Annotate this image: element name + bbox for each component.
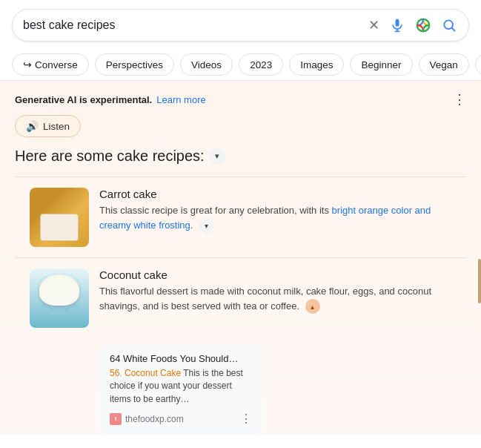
ai-notice: Generative AI is experimental. Learn mor…	[15, 91, 466, 108]
search-bar-container: ✕	[0, 0, 481, 49]
svg-rect-0	[396, 19, 399, 27]
chip-images[interactable]: Images	[289, 53, 344, 76]
chip-perspectives[interactable]: Perspectives	[95, 53, 174, 76]
source-card-snippet: 56. Coconut Cake This is the best choice…	[110, 367, 252, 406]
source-site: t thefoodxp.com	[110, 413, 184, 425]
search-submit-button[interactable]	[440, 16, 458, 34]
carrot-cake-expand-button[interactable]: ▾	[199, 218, 213, 233]
recipe-card-carrot-cake: Carrot cake This classic recipe is great…	[15, 177, 466, 257]
heading-text: Here are some cake recipes:	[15, 148, 205, 165]
listen-icon: 🔊	[26, 120, 39, 132]
clear-search-button[interactable]: ✕	[367, 16, 381, 35]
listen-label: Listen	[43, 121, 70, 132]
scroll-indicator	[478, 259, 481, 303]
chip-vegan[interactable]: Vegan	[419, 53, 469, 76]
coconut-cake-image	[30, 269, 89, 328]
source-footer: t thefoodxp.com ⋮	[110, 412, 252, 426]
main-content: Generative AI is experimental. Learn mor…	[0, 81, 481, 435]
source-options-button[interactable]: ⋮	[240, 412, 252, 426]
carrot-cake-desc: This classic recipe is great for any cel…	[99, 203, 451, 233]
filter-chips-bar: ↪ Converse Perspectives Videos 2023 Imag…	[0, 49, 481, 81]
chip-2023[interactable]: 2023	[239, 53, 283, 76]
coconut-cake-info: Coconut cake This flavorful dessert is m…	[99, 269, 451, 328]
voice-search-button[interactable]	[388, 16, 406, 34]
svg-line-5	[452, 28, 455, 31]
lens-search-button[interactable]	[414, 16, 433, 35]
site-name: thefoodxp.com	[125, 414, 184, 424]
coconut-cake-title: Coconut cake	[99, 269, 451, 281]
ai-options-button[interactable]: ⋮	[453, 91, 466, 108]
recipe-card-coconut-cake: Coconut cake This flavorful dessert is m…	[15, 257, 466, 338]
heading-expand-button[interactable]: ▾	[209, 148, 225, 165]
carrot-cake-title: Carrot cake	[99, 188, 451, 200]
ai-notice-text: Generative AI is experimental.	[15, 94, 152, 105]
carrot-cake-info: Carrot cake This classic recipe is great…	[99, 188, 451, 247]
chip-videos[interactable]: Videos	[180, 53, 233, 76]
carrot-cake-image	[30, 188, 89, 247]
source-card: 64 White Foods You Should… 56. Coconut C…	[99, 344, 262, 435]
coconut-cake-collapse-button[interactable]: ▴	[305, 299, 320, 314]
search-bar: ✕	[12, 9, 469, 42]
converse-arrow-icon: ↪	[23, 59, 32, 70]
chip-chocola[interactable]: Chocola…	[475, 53, 481, 76]
search-icons: ✕	[367, 16, 458, 35]
chip-beginner[interactable]: Beginner	[350, 53, 412, 76]
learn-more-link[interactable]: Learn more	[156, 94, 205, 105]
site-favicon: t	[110, 413, 122, 425]
chip-converse[interactable]: ↪ Converse	[12, 53, 89, 76]
recipes-heading: Here are some cake recipes: ▾	[15, 148, 466, 165]
coconut-cake-desc: This flavorful dessert is made with coco…	[99, 284, 451, 314]
search-input[interactable]	[23, 19, 361, 32]
source-card-title: 64 White Foods You Should…	[110, 353, 252, 364]
listen-button[interactable]: 🔊 Listen	[15, 115, 81, 137]
ai-section: Generative AI is experimental. Learn mor…	[0, 81, 481, 435]
